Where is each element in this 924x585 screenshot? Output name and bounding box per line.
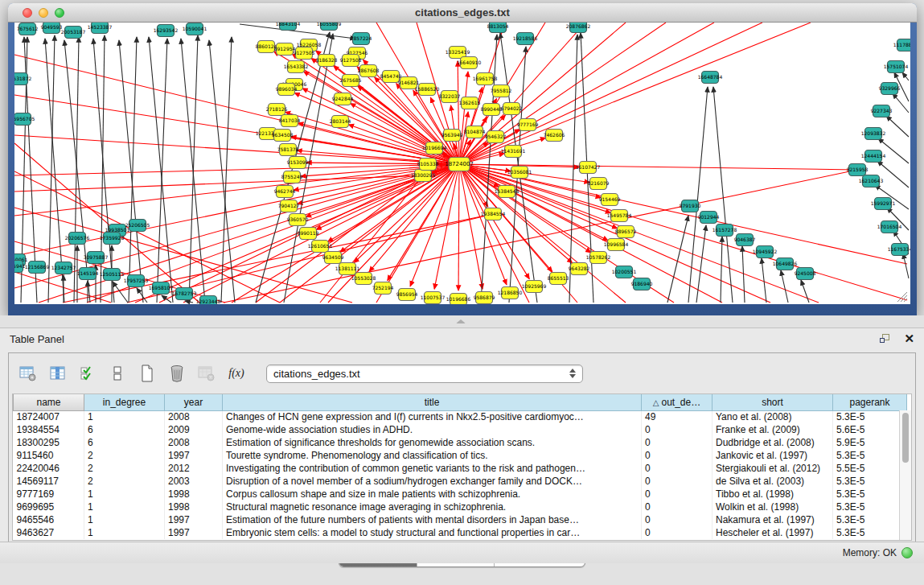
minimize-window-icon[interactable]: [39, 8, 48, 18]
row-height-icon[interactable]: [106, 362, 129, 385]
table-row[interactable]: 946362711997Embryonic stem cells: a mode…: [14, 526, 907, 539]
graph-node-label: 8322037: [439, 93, 461, 99]
graph-node-label: 16958107: [149, 285, 174, 290]
graph-node-label: 2718126: [266, 106, 288, 112]
table-cell: 5.9E-5: [833, 436, 907, 449]
table-cell: 2: [84, 449, 165, 462]
column-header-out_de[interactable]: △out_de…: [642, 394, 713, 410]
zoom-window-icon[interactable]: [55, 8, 64, 18]
graph-node-label: 15384548: [495, 188, 519, 194]
graph-node-label: 11675334: [888, 246, 910, 252]
new-table-icon[interactable]: [136, 362, 158, 385]
table-cell: 5.6E-5: [833, 423, 907, 436]
table-cell: Changes of HCN gene expression and I(f) …: [223, 410, 642, 423]
graph-node-label: 9127505: [294, 50, 315, 56]
table-row[interactable]: 911546021997Tourette syndrome. Phenomeno…: [14, 449, 907, 462]
chevron-updown-icon: [569, 369, 576, 378]
table-row[interactable]: 969969511998Structural magnetic resonanc…: [14, 501, 907, 513]
close-window-icon[interactable]: [23, 8, 32, 18]
graph-node-label: 8896572: [615, 229, 637, 234]
graph-node-label: 9360570: [287, 216, 309, 222]
graph-node-label: 12186850: [498, 290, 523, 295]
graph-node-label: 20876862: [566, 23, 591, 29]
graph-edge: [129, 37, 137, 303]
graph-node-label: 12093832: [861, 130, 886, 136]
table-cell: Hescheler et al. (1997): [713, 526, 833, 539]
table-cell: Dudbridge et al. (2008): [713, 436, 833, 449]
column-visibility-icon[interactable]: [47, 362, 69, 385]
graph-node-label: 2867608: [358, 68, 380, 73]
splitter-handle-icon[interactable]: [456, 319, 466, 323]
vertical-scrollbar[interactable]: [899, 410, 911, 540]
graph-node-label: 9012944: [698, 214, 720, 220]
table-settings-icon[interactable]: [17, 362, 39, 385]
graph-node-label: 8755249: [281, 174, 303, 179]
network-canvas[interactable]: 7675612904959320053187145233871629354210…: [14, 23, 910, 304]
table-row[interactable]: 1938455462009Genome-wide association stu…: [14, 423, 907, 436]
graph-edge: [458, 164, 459, 290]
graph-node-label: 10649826: [773, 261, 798, 266]
window-titlebar[interactable]: citations_edges.txt: [8, 3, 917, 23]
delete-table-icon[interactable]: [166, 362, 188, 385]
graph-node-label: 12505115: [100, 271, 125, 277]
graph-node-label: 11178892: [893, 42, 910, 47]
float-panel-icon[interactable]: [880, 334, 891, 344]
table-cell: 5.3E-5: [833, 513, 907, 526]
graph-node-label: 8417034: [279, 117, 301, 123]
table-row[interactable]: 946554611997Estimation of the future num…: [14, 513, 907, 526]
table-cell: Wolkin et al. (1998): [713, 501, 833, 513]
graph-node-label: 6794022: [501, 105, 523, 111]
table-cell: 1: [84, 488, 165, 501]
table-cell: 5.3E-5: [833, 526, 907, 539]
column-header-title[interactable]: title: [223, 394, 642, 410]
graph-node-label: 17016504: [877, 224, 902, 229]
function-builder-icon[interactable]: f(x): [225, 362, 248, 385]
table-cell: Structural magnetic resonance image aver…: [223, 501, 642, 513]
select-all-icon[interactable]: [76, 362, 99, 385]
graph-node-label: 30975887: [84, 254, 109, 260]
graph-node-label: 1145194: [77, 270, 99, 276]
graph-node-label: 9227343: [871, 108, 893, 113]
table-select-dropdown[interactable]: citations_edges.txt: [266, 365, 583, 383]
graph-edge: [721, 237, 722, 303]
graph-node-label: 9329966: [879, 85, 901, 91]
application-root: citations_edges.txt 76756129049593200531…: [0, 0, 924, 585]
table-cell: Tibbo et al. (1998): [713, 488, 833, 501]
graph-node-label: 8813054: [487, 23, 509, 29]
graph-node-label: 9586879: [474, 295, 495, 300]
resize-grip-icon[interactable]: [897, 292, 907, 302]
column-header-in_degree[interactable]: in_degree: [84, 394, 165, 410]
column-header-name[interactable]: name: [14, 394, 84, 410]
table-toolbar: f(x) citations_edges.txt: [9, 353, 915, 393]
graph-node-label: 7462606: [544, 132, 565, 138]
graph-edge: [434, 164, 459, 289]
graph-node-label: 9563949: [441, 132, 463, 138]
table-row[interactable]: 1872400712008Changes of HCN gene express…: [14, 410, 907, 423]
graph-edge: [459, 164, 907, 300]
scrollbar-thumb[interactable]: [902, 413, 909, 463]
close-panel-icon[interactable]: ✕: [904, 333, 914, 344]
table-cell: 6: [84, 436, 165, 449]
node-table-grid: namein_degreeyeartitle△out_de…shortpager…: [13, 394, 907, 539]
table-row[interactable]: 1456911722003Disruption of a novel membe…: [14, 475, 907, 488]
graph-node-label: 10996584: [604, 241, 629, 247]
graph-node-label: 17359928: [100, 235, 125, 241]
table-cell: 1: [84, 513, 165, 526]
table-cell: 0: [642, 423, 713, 436]
column-header-pagerank[interactable]: pagerank: [833, 394, 907, 410]
table-cell: 9699695: [14, 501, 84, 513]
graph-node-label: 8186328: [316, 57, 338, 63]
table-cell: 18724007: [14, 410, 84, 423]
table-cell: 1997: [165, 513, 223, 526]
column-header-short[interactable]: short: [713, 394, 833, 410]
table-row[interactable]: 977716911998Corpus callosum shape and si…: [14, 488, 907, 501]
column-header-year[interactable]: year: [165, 394, 223, 410]
table-row[interactable]: 2242004622012Investigating the contribut…: [14, 462, 907, 475]
table-cell: 9463627: [14, 526, 84, 539]
graph-node-label: 7955812: [491, 88, 512, 93]
graph-node-label: 7857224: [351, 35, 372, 41]
panel-splitter[interactable]: [0, 315, 924, 328]
graph-node-label: 20206576: [65, 235, 90, 241]
table-row[interactable]: 1830029562008Estimation of significance …: [14, 436, 907, 449]
graph-node-label: 10590041: [183, 26, 207, 31]
